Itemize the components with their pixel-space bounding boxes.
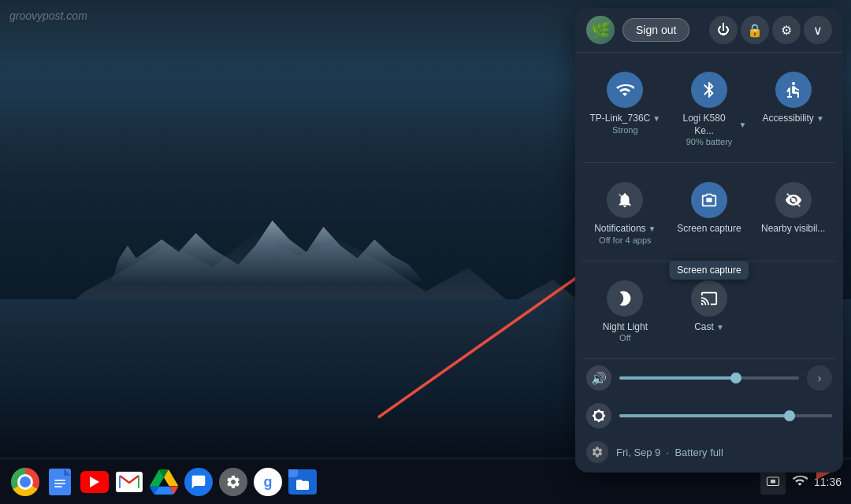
wifi-expand-arrow: ▼ (652, 114, 660, 123)
taskbar-chrome[interactable] (9, 466, 41, 498)
tile-night-light-name: Night Light (603, 321, 648, 334)
volume-slider-track[interactable] (619, 376, 799, 380)
brightness-slider-row (575, 397, 843, 435)
tile-wifi-sublabel: Strong (612, 125, 637, 135)
tile-nearby-label: Nearby visibil... (761, 223, 825, 235)
date-battery-text: Fri, Sep 9 · Battery full (616, 447, 723, 458)
svg-point-4 (792, 82, 795, 85)
qs-top-icons: ⏻ 🔒 ⚙ ∨ (709, 16, 832, 44)
tile-bt-label-row: Logi K580 Ke... ▼ (672, 113, 747, 137)
tile-cast-name: Cast (694, 321, 714, 334)
tile-nearby[interactable]: Nearby visibil... (751, 172, 835, 251)
accessibility-icon (775, 72, 812, 108)
taskbar-messages[interactable] (183, 466, 214, 498)
tile-screen-capture-label: Screen capture (677, 223, 741, 235)
volume-slider-row: 🔊 › (575, 359, 843, 397)
files-icon (288, 469, 317, 495)
taskbar-time: 11:36 (814, 476, 842, 488)
chrome-icon (11, 468, 39, 496)
tile-notif-name: Notifications (594, 223, 645, 235)
tile-cast[interactable]: Cast ▼ (667, 271, 752, 350)
taskbar-settings[interactable] (217, 466, 249, 498)
volume-expand-button[interactable]: › (807, 365, 832, 391)
expand-button[interactable]: ∨ (804, 16, 832, 44)
volume-icon[interactable]: 🔊 (586, 365, 611, 391)
google-icon: g (254, 468, 282, 496)
brightness-slider-track[interactable] (619, 414, 832, 417)
volume-slider-thumb[interactable] (730, 372, 741, 384)
svg-rect-9 (771, 480, 775, 484)
qs-top-bar: 🌿 Sign out ⏻ 🔒 ⚙ ∨ (575, 8, 843, 53)
night-light-icon (607, 280, 643, 317)
tile-bt-sublabel: 90% battery (686, 137, 733, 146)
taskbar-drive[interactable] (148, 466, 180, 498)
watermark-text: groovypost.com (9, 9, 87, 22)
messages-icon (184, 468, 213, 496)
settings-button-top[interactable]: ⚙ (772, 16, 801, 44)
settings-taskbar-icon (219, 468, 247, 496)
tile-bt-name: Logi K580 Ke... (672, 113, 737, 137)
notif-expand-arrow: ▼ (648, 224, 656, 233)
tile-notif-label-row: Notifications ▼ (594, 223, 656, 235)
tile-wifi-label-row: TP-Link_736C ▼ (590, 113, 661, 125)
cast-icon (691, 280, 727, 317)
tile-notifications[interactable]: Notifications ▼ Off for 4 apps (583, 172, 667, 251)
nearby-icon (775, 182, 812, 218)
screen-record-indicator[interactable] (760, 469, 786, 495)
tile-night-light[interactable]: Night Light Off (583, 271, 667, 350)
youtube-icon (80, 471, 109, 493)
access-expand-arrow: ▼ (816, 114, 824, 123)
drive-icon (150, 469, 178, 495)
avatar[interactable]: 🌿 (586, 16, 615, 44)
taskbar-youtube[interactable] (79, 466, 110, 498)
tile-night-light-sublabel: Off (619, 333, 630, 343)
sign-out-button[interactable]: Sign out (622, 18, 689, 42)
quick-settings-panel: 🌿 Sign out ⏻ 🔒 ⚙ ∨ TP-Link_736C ▼ Strong (575, 8, 843, 472)
tile-wifi[interactable]: TP-Link_736C ▼ Strong (583, 62, 667, 153)
bluetooth-icon (691, 72, 727, 108)
qs-row-1: TP-Link_736C ▼ Strong Logi K580 Ke... ▼ … (575, 53, 843, 162)
docs-icon (49, 469, 71, 495)
tile-notif-sublabel: Off for 4 apps (599, 235, 651, 245)
tile-screen-capture[interactable]: Screen capture Screen capture (667, 172, 752, 251)
taskbar-google[interactable]: g (252, 466, 284, 498)
volume-slider-fill (619, 376, 736, 380)
tile-cast-label-row: Cast ▼ (694, 321, 724, 334)
taskbar-right: 11:36 (760, 469, 842, 495)
taskbar-gmail[interactable] (113, 466, 145, 498)
svg-rect-6 (706, 198, 712, 202)
tile-access-name: Accessibility (763, 113, 814, 125)
taskbar-files[interactable] (287, 466, 318, 498)
gmail-icon (116, 472, 143, 492)
qs-row-2: Notifications ▼ Off for 4 apps Screen ca… (575, 163, 843, 261)
bt-expand-arrow: ▼ (738, 120, 746, 129)
tile-access-label-row: Accessibility ▼ (763, 113, 824, 125)
notifications-icon (607, 182, 643, 218)
screen-capture-icon (691, 182, 727, 218)
settings-icon-bottom[interactable] (586, 441, 608, 463)
wifi-icon (607, 72, 643, 108)
taskbar-docs[interactable] (44, 466, 76, 498)
date-text: Fri, Sep 9 (616, 447, 660, 458)
empty-tile (751, 271, 835, 350)
battery-text: Battery full (674, 447, 723, 458)
screen-capture-tooltip: Screen capture (669, 261, 749, 280)
tile-bluetooth[interactable]: Logi K580 Ke... ▼ 90% battery (667, 62, 752, 153)
power-button[interactable]: ⏻ (709, 16, 738, 44)
qs-bottom-bar: Fri, Sep 9 · Battery full (575, 435, 843, 472)
lock-button[interactable]: 🔒 (741, 16, 769, 44)
brightness-slider-thumb[interactable] (784, 410, 795, 421)
brightness-icon[interactable] (586, 403, 611, 428)
tile-wifi-name: TP-Link_736C (590, 113, 651, 125)
wifi-status-icon[interactable] (792, 472, 808, 492)
tile-accessibility[interactable]: Accessibility ▼ (751, 62, 835, 153)
avatar-image: 🌿 (586, 16, 615, 44)
docs-lines (54, 480, 65, 487)
brightness-slider-fill (619, 414, 790, 417)
cast-expand-arrow: ▼ (716, 323, 724, 332)
